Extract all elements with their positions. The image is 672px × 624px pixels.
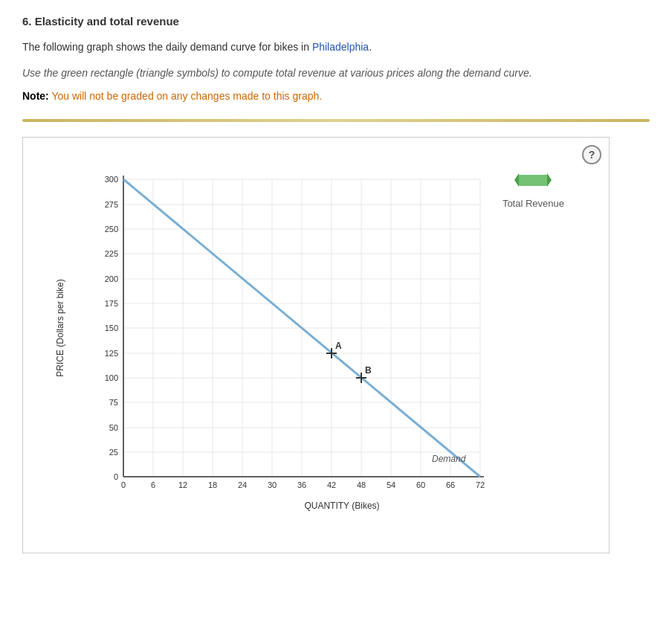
svg-text:18: 18 — [208, 480, 217, 489]
intro-text: The following graph shows the daily dema… — [22, 39, 650, 55]
chart-svg: 0 25 50 75 100 125 150 175 200 225 250 2… — [83, 157, 499, 499]
svg-text:0: 0 — [121, 480, 126, 489]
svg-text:72: 72 — [476, 480, 485, 489]
graph-container: ? Total Revenue PRICE (Dollars per bike) — [22, 137, 610, 553]
svg-text:300: 300 — [105, 175, 118, 184]
legend-area: Total Revenue — [503, 167, 564, 209]
note-line: Note: You will not be graded on any chan… — [22, 89, 650, 104]
svg-text:100: 100 — [105, 373, 118, 382]
svg-text:0: 0 — [114, 472, 118, 481]
svg-text:60: 60 — [416, 480, 425, 489]
svg-text:42: 42 — [327, 480, 336, 489]
svg-text:50: 50 — [109, 423, 118, 432]
svg-text:150: 150 — [105, 324, 118, 332]
svg-text:225: 225 — [105, 249, 118, 258]
legend-label: Total Revenue — [503, 198, 564, 209]
svg-marker-2 — [547, 173, 552, 187]
svg-text:275: 275 — [105, 200, 118, 209]
y-axis-label: PRICE (Dollars per bike) — [55, 279, 65, 376]
svg-text:12: 12 — [178, 480, 187, 489]
legend-icon — [513, 167, 554, 193]
svg-text:66: 66 — [446, 480, 455, 489]
svg-marker-1 — [514, 173, 519, 187]
svg-text:24: 24 — [238, 480, 247, 489]
svg-text:54: 54 — [387, 480, 395, 489]
section-divider — [22, 119, 650, 122]
svg-text:48: 48 — [357, 480, 366, 489]
svg-text:175: 175 — [105, 299, 118, 308]
note-body: You will not be graded on any changes ma… — [51, 90, 322, 102]
help-button[interactable]: ? — [582, 145, 601, 164]
svg-text:A: A — [335, 341, 342, 351]
demand-label: Demand — [432, 454, 466, 464]
note-label: Note: — [22, 90, 49, 102]
section-heading: 6. Elasticity and total revenue — [22, 15, 650, 28]
svg-text:30: 30 — [268, 480, 277, 489]
svg-text:200: 200 — [105, 274, 118, 283]
svg-rect-0 — [519, 175, 547, 186]
svg-text:B: B — [365, 365, 372, 376]
svg-text:125: 125 — [105, 349, 118, 358]
svg-text:75: 75 — [109, 398, 118, 407]
svg-text:25: 25 — [109, 448, 118, 457]
svg-text:250: 250 — [105, 225, 118, 234]
x-axis-label: QUANTITY (Bikes) — [83, 501, 601, 511]
instruction-text: Use the green rectangle (triangle symbol… — [22, 65, 650, 81]
svg-text:6: 6 — [151, 480, 155, 489]
svg-text:36: 36 — [297, 480, 306, 489]
